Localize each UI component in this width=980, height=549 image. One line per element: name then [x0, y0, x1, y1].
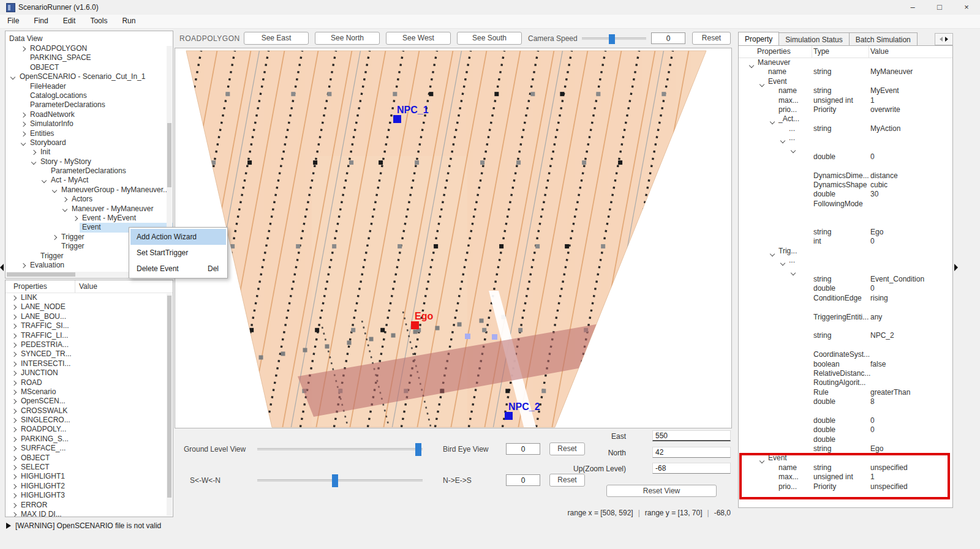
entity-npc-1[interactable]: [393, 115, 401, 123]
tree-item-cataloglocations[interactable]: CatalogLocations: [6, 91, 173, 100]
property-row[interactable]: double0: [739, 416, 952, 425]
heading-slider[interactable]: [257, 479, 423, 482]
property-row-name[interactable]: namestringunspecified: [739, 463, 952, 472]
property-row[interactable]: RoutingAlgorit...: [739, 378, 952, 387]
list-item-roadpoly[interactable]: ROADPOLY...: [6, 425, 173, 434]
ground-level-slider-handle[interactable]: [415, 443, 421, 456]
tree-item-storyboard[interactable]: Storyboard: [6, 138, 173, 148]
minimize-button[interactable]: –: [899, 0, 926, 15]
property-row[interactable]: stringEvent_Condition: [739, 275, 952, 284]
property-row[interactable]: RulegreaterThan: [739, 388, 952, 397]
chevron-right-icon[interactable]: [9, 293, 18, 302]
list-item-highlight2[interactable]: HIGHLIGHT2: [6, 482, 173, 491]
tree-item-entities[interactable]: Entities: [6, 129, 173, 138]
property-row[interactable]: [739, 303, 952, 312]
entity-ego[interactable]: [411, 321, 419, 329]
tab-batch-simulation[interactable]: Batch Simulation: [849, 32, 918, 46]
tree-item-act-myact[interactable]: Act - MyAct: [6, 176, 173, 185]
property-row-max[interactable]: max...unsigned int1: [739, 472, 952, 482]
bird-eye-input[interactable]: [506, 443, 540, 455]
chevron-right-icon[interactable]: [70, 214, 80, 223]
menu-find[interactable]: Find: [26, 15, 55, 28]
property-row[interactable]: double30: [739, 190, 952, 199]
chevron-right-icon[interactable]: [9, 331, 18, 340]
property-row-item[interactable]: ...: [739, 256, 952, 265]
splitter-collapse-left-icon[interactable]: [0, 264, 4, 271]
tree-item-fileheader[interactable]: FileHeader: [6, 82, 173, 91]
tree-item-actors[interactable]: Actors: [6, 195, 173, 204]
list-item-traffic-li[interactable]: TRAFFIC_LI...: [6, 331, 173, 340]
chevron-right-icon[interactable]: [18, 129, 28, 138]
see-west-button[interactable]: See West: [386, 32, 451, 45]
chevron-right-icon[interactable]: [18, 110, 28, 119]
chevron-right-icon[interactable]: [9, 312, 18, 321]
chevron-right-icon[interactable]: [9, 368, 18, 378]
chevron-right-icon[interactable]: [9, 340, 18, 349]
property-row[interactable]: [739, 341, 952, 350]
list-item-openscen[interactable]: OpenSCEN...: [6, 397, 173, 406]
tree-item-parameterdeclarations[interactable]: ParameterDeclarations: [6, 100, 173, 110]
list-item-traffic-si[interactable]: TRAFFIC_SI...: [6, 321, 173, 331]
property-row-name[interactable]: namestringMyEvent: [739, 86, 952, 95]
list-item-intersecti[interactable]: INTERSECTI...: [6, 359, 173, 368]
chevron-down-icon[interactable]: [18, 138, 28, 148]
property-row-act[interactable]: _Act...: [739, 114, 952, 124]
menu-run[interactable]: Run: [115, 15, 143, 28]
property-row[interactable]: [739, 162, 952, 171]
tree-item-simulatorinfo[interactable]: SimulatorInfo: [6, 119, 173, 129]
property-row[interactable]: CoordinateSyst...: [739, 350, 952, 359]
east-field[interactable]: [652, 430, 731, 441]
list-item-junction[interactable]: JUNCTION: [6, 368, 173, 378]
list-item-link[interactable]: LINK: [6, 293, 173, 302]
property-row[interactable]: DynamicsShapecubic: [739, 181, 952, 190]
chevron-right-icon[interactable]: [9, 501, 18, 510]
chevron-right-icon[interactable]: [18, 261, 28, 270]
property-row[interactable]: [739, 322, 952, 331]
chevron-right-icon[interactable]: [9, 425, 18, 434]
list-item-singlecro[interactable]: SINGLECRO...: [6, 416, 173, 425]
viewport-canvas[interactable]: NPC_1EgoNPC_2: [175, 48, 732, 428]
menu-file[interactable]: File: [0, 15, 26, 28]
menu-tools[interactable]: Tools: [83, 15, 115, 28]
splitter-collapse-right-icon[interactable]: [954, 264, 958, 271]
property-row[interactable]: [739, 406, 952, 416]
camera-speed-input[interactable]: [651, 32, 685, 44]
see-north-button[interactable]: See North: [315, 32, 380, 45]
property-row[interactable]: DynamicsDime...distance: [739, 171, 952, 181]
camera-reset-button[interactable]: Reset: [692, 32, 731, 45]
property-row[interactable]: TriggeringEntiti...any: [739, 313, 952, 322]
property-row[interactable]: ConditionEdgerising: [739, 294, 952, 303]
list-item-lane-node[interactable]: LANE_NODE: [6, 302, 173, 312]
list-item-surface[interactable]: SURFACE_...: [6, 444, 173, 453]
menu-item-set-starttrigger[interactable]: Set StartTrigger: [130, 245, 226, 261]
chevron-right-icon[interactable]: [9, 510, 18, 517]
chevron-right-icon[interactable]: [9, 406, 18, 416]
chevron-right-icon[interactable]: [29, 148, 38, 157]
property-row[interactable]: double8: [739, 397, 952, 406]
heading-slider-handle[interactable]: [332, 474, 338, 487]
chevron-right-icon[interactable]: [9, 302, 18, 312]
property-row[interactable]: booleanfalse: [739, 360, 952, 369]
chevron-right-icon[interactable]: [9, 435, 18, 444]
property-row[interactable]: double: [739, 435, 952, 444]
chevron-right-icon[interactable]: [9, 463, 18, 472]
tree-item-story-mystory[interactable]: Story - MyStory: [6, 157, 173, 166]
menu-edit[interactable]: Edit: [56, 15, 83, 28]
tree-item-maneuvergroup-mymaneuver[interactable]: ManeuverGroup - MyManeuver...: [6, 185, 173, 195]
list-item-highlight3[interactable]: HIGHLIGHT3: [6, 491, 173, 500]
list-item-highlight1[interactable]: HIGHLIGHT1: [6, 472, 173, 481]
list-item-parking-s[interactable]: PARKING_S...: [6, 435, 173, 444]
property-row-prio[interactable]: prio...Priorityunspecified: [739, 482, 952, 491]
property-row-name[interactable]: namestringMyManeuver: [739, 67, 952, 77]
chevron-down-icon[interactable]: [8, 72, 17, 81]
north-field[interactable]: [652, 447, 731, 458]
tab-scroll-buttons[interactable]: [935, 33, 953, 45]
chevron-right-icon[interactable]: [9, 482, 18, 491]
chevron-right-icon[interactable]: [9, 321, 18, 331]
chevron-right-icon[interactable]: [9, 472, 18, 481]
property-row-event[interactable]: Event: [739, 77, 952, 86]
list-item-select[interactable]: SELECT: [6, 463, 173, 472]
chevron-right-icon[interactable]: [9, 491, 18, 500]
chevron-right-icon[interactable]: [9, 397, 18, 406]
tab-property[interactable]: Property: [738, 32, 779, 46]
